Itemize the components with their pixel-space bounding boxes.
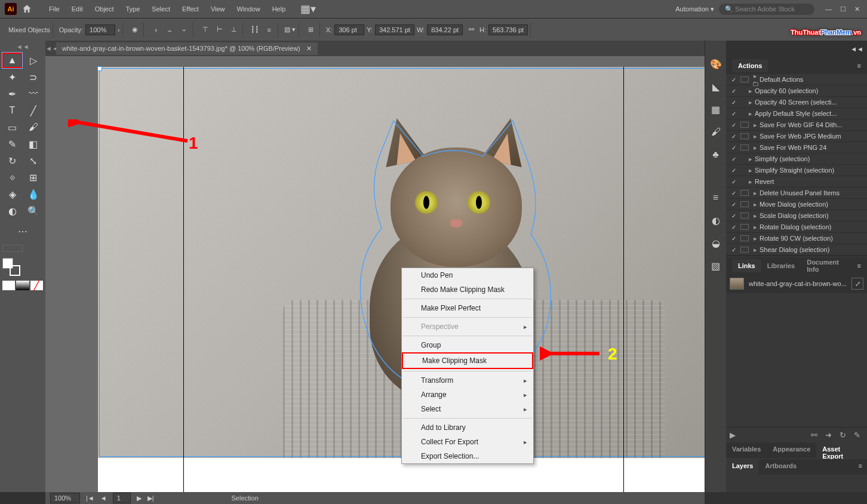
swatches-icon[interactable]: ▦ [709, 103, 722, 116]
action-row[interactable]: ✓▸Rotate 90 CW (selection) [726, 233, 867, 244]
ctx-collect-for-export[interactable]: Collect For Export▸ [402, 435, 533, 449]
panels-expand-icon[interactable]: ◄◄ [850, 45, 863, 53]
h-field[interactable]: 563.736 pt [488, 24, 528, 35]
ctx-make-clipping-mask[interactable]: Make Clipping Mask [402, 352, 533, 369]
tools-collapse-icon[interactable]: ◄◄ [2, 43, 43, 50]
action-row[interactable]: ✓▸Delete Unused Panel Items [726, 188, 867, 199]
width-tool[interactable]: ⟐ [2, 170, 22, 185]
tab-artboards[interactable]: Artboards [759, 459, 803, 475]
close-tab-icon[interactable]: ✕ [306, 45, 312, 53]
panel-menu-icon[interactable]: ≡ [854, 459, 867, 475]
ctx-arrange[interactable]: Arrange▸ [402, 388, 533, 402]
minimize-icon[interactable]: ― [825, 5, 832, 13]
menu-help[interactable]: Help [268, 3, 291, 15]
action-row[interactable]: ✓▸Revert [726, 176, 867, 188]
action-row[interactable]: ✓▸Apply Default Style (select... [726, 108, 867, 119]
tab-handle-icon[interactable]: ◄◄ [45, 45, 56, 52]
action-row[interactable]: ✓▸Save For Web GIF 64 Dith... [726, 119, 867, 131]
expand-link-icon[interactable]: ▶ [730, 431, 739, 440]
menu-select[interactable]: Select [147, 3, 175, 15]
graphic-styles-icon[interactable]: ▧ [709, 259, 722, 272]
magic-wand-tool[interactable]: ✦ [2, 69, 22, 85]
tab-layers[interactable]: Layers [726, 459, 759, 475]
w-field[interactable]: 834.22 pt [427, 24, 463, 35]
maximize-icon[interactable]: ☐ [840, 5, 846, 13]
action-row[interactable]: ✓▸Opacity 40 Screen (selecti... [726, 97, 867, 108]
tab-asset-export[interactable]: Asset Export [816, 442, 867, 458]
edit-toolbar[interactable]: ⋯ [2, 223, 43, 239]
action-row[interactable]: ✓▸Move Dialog (selection) [726, 199, 867, 210]
brushes-icon[interactable]: 🖌 [709, 125, 722, 139]
tab-links[interactable]: Links [732, 259, 761, 272]
chevron-right-icon[interactable]: › [118, 26, 120, 33]
gradient-tool[interactable]: ◐ [2, 203, 22, 219]
align-middle-icon[interactable]: ⊢ [214, 24, 226, 36]
align-left-icon[interactable]: ⫞ [150, 24, 162, 36]
home-icon[interactable] [21, 4, 32, 14]
stroke-swatch[interactable] [10, 265, 20, 276]
tab-docinfo[interactable]: Document Info [801, 256, 857, 276]
link-item[interactable]: white-and-gray-cat-in-brown-wo... ⤢ [726, 274, 867, 293]
arrange-docs-icon[interactable]: ▦▾ [302, 3, 314, 15]
nav-first-icon[interactable]: |◄ [86, 494, 94, 502]
tab-actions[interactable]: Actions [732, 59, 768, 72]
search-stock-input[interactable]: 🔍 Search Adobe Stock [719, 4, 814, 15]
workspace-switcher[interactable]: Automation ▾ [675, 5, 714, 13]
lasso-tool[interactable]: ⊃ [23, 69, 43, 85]
action-row[interactable]: ✓▸Shear Dialog (selection) [726, 244, 867, 256]
panel-menu-icon[interactable]: ≡ [857, 62, 861, 69]
action-row[interactable]: ✓▸ 🗀Default Actions [726, 74, 867, 85]
color-panel-icon[interactable]: 🎨 [709, 57, 722, 70]
shape-modes-icon[interactable]: ▧ ▾ [284, 24, 296, 36]
menu-type[interactable]: Type [121, 3, 145, 15]
align-right-icon[interactable]: ⫟ [179, 24, 190, 36]
menu-effect[interactable]: Effect [177, 3, 204, 15]
action-row[interactable]: ✓▸Save For Web JPG Medium [726, 131, 867, 142]
tab-libraries[interactable]: Libraries [761, 259, 801, 272]
zoom-field[interactable]: 100% [50, 493, 80, 503]
nav-last-icon[interactable]: ▶| [147, 494, 154, 502]
menu-file[interactable]: File [44, 3, 64, 15]
eyedropper-tool[interactable]: 💧 [23, 186, 43, 202]
gradient-panel-icon[interactable]: ◐ [709, 214, 722, 227]
canvas[interactable]: 1 2 Undo PenRedo Make Clipping MaskMake … [45, 56, 705, 492]
brush-tool[interactable]: 🖌 [23, 119, 43, 135]
menu-view[interactable]: View [206, 3, 230, 15]
document-tab[interactable]: white-and-gray-cat-in-brown-woven-basket… [56, 42, 318, 55]
menu-edit[interactable]: Edit [67, 3, 88, 15]
action-row[interactable]: ✓▸Opacity 60 (selection) [726, 85, 867, 97]
close-icon[interactable]: ✕ [854, 5, 860, 13]
rectangle-tool[interactable]: ▭ [2, 119, 22, 135]
shaper-tool[interactable]: ✎ [2, 136, 22, 152]
align-top-icon[interactable]: ⊤ [199, 24, 211, 36]
ctx-group[interactable]: Group [402, 338, 533, 352]
action-row[interactable]: ✓▸Simplify Straight (selection) [726, 165, 867, 176]
zoom-tool[interactable]: 🔍 [23, 203, 43, 219]
selection-tool[interactable]: ▲ [2, 53, 22, 68]
scale-tool[interactable]: ⤡ [23, 153, 43, 168]
ctx-make-pixel-perfect[interactable]: Make Pixel Perfect [402, 301, 533, 315]
none-mode[interactable]: ╱ [30, 281, 43, 290]
tab-appearance[interactable]: Appearance [767, 442, 816, 458]
artboard-num[interactable]: 1 [113, 493, 131, 503]
link-embed-icon[interactable]: ⤢ [851, 278, 863, 290]
link-wh-icon[interactable]: ⚯ [465, 24, 477, 36]
x-field[interactable]: 306 pt [334, 24, 364, 35]
pen-tool[interactable]: ✒ [2, 86, 22, 102]
gradient-mode[interactable] [16, 281, 29, 290]
color-guide-icon[interactable]: ◣ [709, 80, 722, 93]
action-row[interactable]: ✓▸Save For Web PNG 24 [726, 142, 867, 153]
ctx-redo-make-clipping-mask[interactable]: Redo Make Clipping Mask [402, 282, 533, 297]
panel-menu-icon[interactable]: ≡ [857, 262, 861, 269]
rotate-tool[interactable]: ↻ [2, 153, 22, 168]
transparency-icon[interactable]: ◒ [709, 236, 722, 250]
eraser-tool[interactable]: ◧ [23, 136, 43, 152]
update-link-icon[interactable]: ↻ [840, 431, 849, 440]
action-row[interactable]: ✓▸Scale Dialog (selection) [726, 210, 867, 222]
y-field[interactable]: 342.571 pt [375, 24, 414, 35]
nav-next-icon[interactable]: ▶ [137, 494, 142, 502]
menu-window[interactable]: Window [232, 3, 265, 15]
tool-drawer[interactable] [2, 245, 23, 252]
align-center-h-icon[interactable]: ⫠ [164, 24, 176, 36]
align-bottom-icon[interactable]: ⊥ [228, 24, 240, 36]
